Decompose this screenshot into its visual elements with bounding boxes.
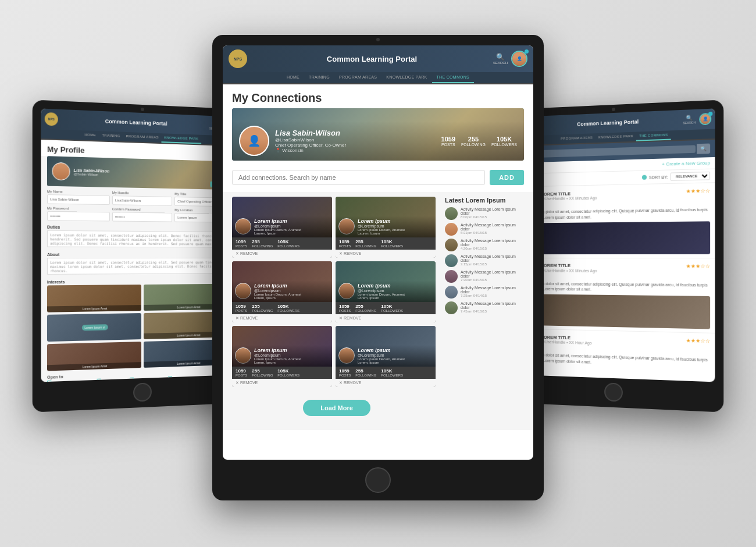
logo-left: NPS [45, 112, 58, 126]
post-text-0: Lorem ipsum dolor sit amet, consectetur … [522, 207, 710, 221]
remove-btn-4[interactable]: REMOVE [232, 379, 332, 387]
search-submit-right[interactable]: 🔍 [697, 144, 710, 154]
checkbox-item-2[interactable]: Dolor ipsum sit amet [130, 376, 163, 382]
post-meta-2: LOREM TITLE ★★★☆☆ @UserHandle • XX Hour … [541, 334, 710, 349]
checkbox-1[interactable] [97, 379, 101, 382]
search-input-right[interactable] [522, 145, 696, 158]
act-text-4: Activity Message Lorem ipsum dolor 7:30a… [461, 270, 524, 282]
card-stats-1: 1059POSTS 255FOLLOWING 105KFOLLOWERS [336, 237, 436, 250]
post-text-1: Lorem ipsum dolor sit amet, consectetur … [522, 280, 710, 294]
remove-btn-3[interactable]: REMOVE [336, 314, 436, 322]
nav-program-right[interactable]: PROGRAM AREAS [558, 133, 595, 144]
home-btn-right[interactable] [604, 382, 623, 402]
name-input[interactable] [47, 194, 110, 205]
checkbox-2[interactable] [130, 378, 134, 382]
nav-training-left[interactable]: TRAINING [99, 131, 123, 141]
home-btn-center[interactable] [365, 467, 391, 493]
remove-btn-0[interactable]: REMOVE [232, 250, 332, 258]
activity-feed: Latest Lorem Ipsum Activity Message Lore… [445, 197, 524, 425]
about-textarea[interactable]: Lorem ipsum dolor sit amet, consectetur … [47, 258, 233, 275]
connections-search-input[interactable] [232, 170, 485, 185]
remove-btn-2[interactable]: REMOVE [232, 314, 332, 322]
nav-commons-center[interactable]: THE COMMONS [432, 72, 475, 83]
logo-text-left: NPS [48, 117, 55, 121]
interest-item-4: Lorem Ipsum Amet [47, 342, 141, 371]
nav-program-left[interactable]: PROGRAM AREAS [123, 132, 162, 143]
nav-knowledge-center[interactable]: KNOWLEDGE PARK [381, 72, 432, 83]
post-title-1: LOREM TITLE [541, 263, 570, 268]
duties-textarea[interactable]: Lorem ipsum dolor sit amet, consectetur … [47, 230, 233, 248]
search-btn-center[interactable]: 🔍 SEARCH [493, 53, 508, 65]
card-stat-following-1: 255FOLLOWING [355, 239, 376, 248]
connections-area: Lorem Ipsum @Loremipsum Lorem Ipsum Decu… [223, 192, 533, 430]
header-center: NPS Common Learning Portal 🔍 SEARCH 👤 [223, 45, 533, 72]
card-name-2: Lorem Ipsum [254, 283, 329, 289]
activity-item-6: Activity Message Lorem ipsum dolor 7:45a… [445, 301, 524, 314]
act-text-1: Activity Message Lorem ipsum dolor 5:31p… [461, 223, 524, 235]
search-btn-right[interactable]: 🔍 SEARCH [683, 115, 696, 125]
connection-card-4: Lorem Ipsum @Loremipsum Lorem Ipsum Decu… [232, 326, 332, 387]
post-title-0: LOREM TITLE [541, 191, 570, 197]
card-loc-1: Lauren, Ipsum [358, 232, 432, 235]
nav-program-center[interactable]: PROGRAM AREAS [334, 72, 381, 83]
activity-item-3: Activity Message Lorem ipsum dolor 3:15p… [445, 254, 524, 267]
checkbox-label-0: Lorem ipsum dolor sit amet [52, 379, 92, 382]
handle-input[interactable] [112, 196, 173, 206]
right-inner: + Create a New Group SORT BY: RELEVANCE … [518, 157, 715, 371]
tablet-center: NPS Common Learning Portal 🔍 SEARCH 👤 [212, 35, 544, 500]
connection-card-2: Lorem Ipsum @Loremipsum Lorem Ipsum Decu… [232, 261, 332, 322]
checkbox-item-1[interactable]: Lorem ipsum sit [97, 378, 125, 382]
sort-select[interactable]: RELEVANCE [671, 172, 710, 181]
act-avatar-1 [445, 223, 458, 236]
card-loc-2: Lorem, Ipsum [254, 296, 329, 300]
card-stat-posts-1: 1059POSTS [339, 239, 351, 248]
nav-knowledge-left[interactable]: KNOWLEDGE PARK [162, 133, 201, 144]
nav-home-center[interactable]: HOME [282, 72, 304, 83]
connection-card-0: Lorem Ipsum @Loremipsum Lorem Ipsum Decu… [232, 197, 332, 258]
screen-left: NPS Common Learning Portal 🔍 SEARCH 👤 [41, 108, 238, 382]
actions-right: 🔍 SEARCH 👤 [683, 113, 711, 126]
search-label-right: SEARCH [683, 120, 696, 125]
home-btn-left[interactable] [133, 382, 152, 402]
remove-btn-5[interactable]: REMOVE [336, 379, 436, 387]
card-bg-3: Lorem Ipsum @Loremipsum Lorem Ipsum Decu… [336, 261, 436, 302]
card-bg-2: Lorem Ipsum @Loremipsum Lorem Ipsum Decu… [232, 261, 332, 302]
checkbox-0[interactable] [47, 381, 51, 382]
card-loc-5: Lorem, Ipsum [358, 361, 432, 364]
scene: NPS Common Learning Portal 🔍 SEARCH 👤 [0, 0, 756, 547]
password-input[interactable] [47, 211, 110, 222]
card-stats-2: 1059POSTS 255FOLLOWING 105KFOLLOWERS [232, 302, 332, 314]
search-icon-center: 🔍 [496, 53, 505, 61]
confirm-pw-input[interactable] [112, 212, 173, 222]
card-stat-posts-5: 1059POSTS [339, 368, 351, 377]
post-text-2: Lorem ipsum dolor sit amet, consectetur … [522, 352, 710, 370]
nav-knowledge-right[interactable]: KNOWLEDGE PARK [595, 132, 636, 143]
add-button[interactable]: ADD [490, 170, 524, 185]
connections-row-2: Lorem Ipsum @Loremipsum Lorem Ipsum Decu… [232, 326, 441, 387]
title-center: Common Learning Portal [251, 55, 493, 63]
card-stat-following-4: 255FOLLOWING [252, 368, 273, 377]
logo-text-center: NPS [234, 57, 242, 61]
load-more-button[interactable]: Load More [303, 400, 370, 416]
checkbox-item-0[interactable]: Lorem ipsum dolor sit amet [47, 379, 92, 382]
nav-home-left[interactable]: HOME [81, 130, 99, 140]
remove-btn-1[interactable]: REMOVE [336, 250, 436, 258]
camera-right [612, 108, 615, 111]
checkbox-item-3[interactable]: Prem consectetur et lux dictum [169, 374, 216, 380]
post-image-0 [522, 221, 710, 254]
interest-label-0: Lorem Ipsum Amet [47, 305, 141, 312]
nav-commons-right[interactable]: THE COMMONS [636, 130, 671, 141]
profile-banner-center: 👤 Lisa Sabin-Wilson @LisaSabinWilson Chi… [232, 108, 524, 161]
card-handle-0: @Loremipsum [254, 224, 329, 228]
card-handle-4: @Loremipsum [254, 353, 329, 357]
banner-role: Chief Operating Officer, Co-Owner [275, 143, 441, 148]
card-handle-2: @Loremipsum [254, 289, 329, 293]
checkbox-3[interactable] [169, 376, 173, 380]
card-stat-followers-5: 105KFOLLOWERS [381, 368, 403, 377]
post-item-2: LOREM TITLE ★★★☆☆ @UserHandle • XX Hour … [518, 329, 715, 370]
activity-item-4: Activity Message Lorem ipsum dolor 7:30a… [445, 270, 524, 283]
nav-training-center[interactable]: TRAINING [304, 72, 334, 83]
name-field-group: My Name [47, 190, 110, 205]
card-handle-3: @Loremipsum [358, 289, 432, 293]
card-stat-following-2: 255FOLLOWING [252, 304, 273, 312]
